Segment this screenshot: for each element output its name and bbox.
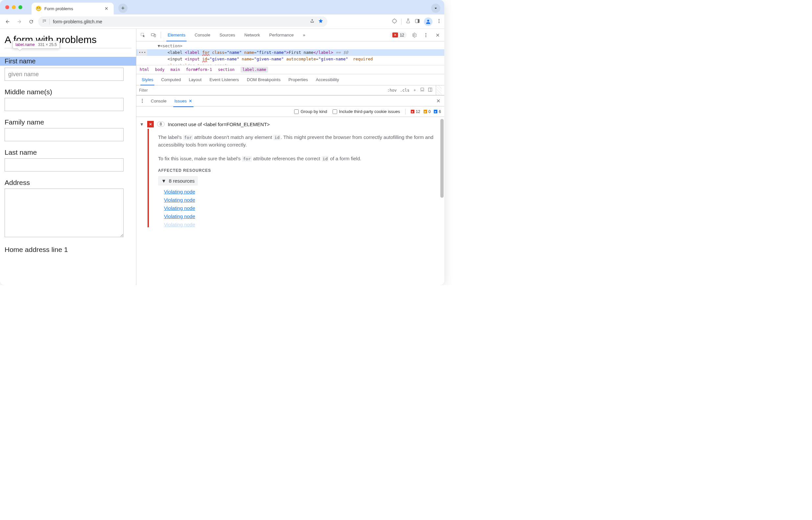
dom-line[interactable]: placeholder="given name"> [136, 62, 444, 65]
cls-toggle[interactable]: .cls [400, 88, 409, 93]
tab-close-icon[interactable]: ✕ [103, 6, 110, 11]
drawer-tab-issues[interactable]: Issues ✕ [171, 95, 197, 107]
resource-links: Violating node Violating node Violating … [158, 189, 434, 227]
violating-node-link[interactable]: Violating node [164, 197, 434, 203]
kebab-menu-icon[interactable] [436, 18, 442, 25]
rendered-page: A form with problems label.name 331 × 25… [0, 29, 136, 285]
side-panel-icon[interactable] [415, 18, 420, 25]
styles-filter-input[interactable] [139, 88, 387, 93]
extensions-icon[interactable] [392, 18, 397, 25]
crumb[interactable]: form#form-1 [186, 67, 212, 72]
crumb[interactable]: html [139, 67, 149, 72]
issue-title: Incorrect use of <label for=FORM_ELEMENT… [168, 122, 270, 127]
share-icon[interactable] [309, 18, 315, 25]
family-name-input[interactable] [5, 128, 124, 141]
tab-network[interactable]: Network [240, 29, 264, 42]
reload-button[interactable] [26, 17, 36, 27]
violating-node-link[interactable]: Violating node [164, 213, 434, 219]
device-icon[interactable] [420, 87, 425, 93]
new-style-rule-icon[interactable]: ＋ [413, 87, 417, 93]
settings-icon[interactable] [409, 30, 418, 40]
drawer-close-icon[interactable] [434, 96, 443, 105]
subtab-accessibility[interactable]: Accessibility [312, 74, 343, 85]
back-button[interactable] [3, 17, 12, 27]
window-maximize-icon[interactable] [18, 5, 22, 9]
computed-panel-icon[interactable] [428, 87, 432, 93]
inspect-element-icon[interactable] [138, 30, 148, 40]
toolbar-right [392, 18, 442, 26]
subtab-event-listeners[interactable]: Event Listeners [205, 74, 243, 85]
forward-button[interactable] [15, 17, 24, 27]
last-name-input[interactable] [5, 158, 124, 172]
dom-breadcrumb[interactable]: html body main form#form-1 section label… [136, 65, 444, 74]
address-bar[interactable]: form-problems.glitch.me [38, 17, 327, 27]
dom-line[interactable]: <input <input id="given-name" name="give… [136, 56, 444, 62]
window-close-icon[interactable] [5, 5, 9, 9]
issue-header[interactable]: ▼ 8 Incorrect use of <label for=FORM_ELE… [139, 120, 441, 129]
device-toolbar-icon[interactable] [149, 30, 158, 40]
violating-node-link[interactable]: Violating node [164, 189, 434, 194]
svg-point-3 [439, 20, 440, 21]
address-textarea[interactable] [5, 188, 124, 237]
drawer-tab-console[interactable]: Console [147, 95, 171, 107]
devtools-right-controls: ✕ 12 [390, 30, 442, 40]
divider [401, 19, 402, 25]
drawer-kebab-icon[interactable] [138, 96, 147, 105]
devtools-kebab-icon[interactable] [421, 30, 430, 40]
tab-title: Form problems [44, 6, 103, 11]
browser-tab[interactable]: 😬 Form problems ✕ [31, 3, 114, 15]
error-count: 12 [400, 33, 404, 37]
hov-toggle[interactable]: :hov [387, 88, 397, 93]
labs-icon[interactable] [406, 18, 411, 25]
new-tab-button[interactable]: + [118, 4, 127, 13]
violating-node-link[interactable]: Violating node [164, 222, 434, 227]
person-icon [425, 19, 431, 25]
middle-name-input[interactable] [5, 98, 124, 111]
subtab-computed[interactable]: Computed [157, 74, 185, 85]
reload-icon [29, 19, 34, 24]
subtab-layout[interactable]: Layout [185, 74, 205, 85]
tab-performance[interactable]: Performance [265, 29, 297, 42]
warning-count-item[interactable]: ▸0 [424, 109, 431, 114]
first-name-input[interactable] [5, 68, 124, 81]
scrollbar-thumb[interactable] [440, 119, 443, 198]
dom-line[interactable]: ▼<section> [136, 43, 444, 49]
crumb[interactable]: section [218, 67, 235, 72]
dom-tree[interactable]: ••• ▼<section> <label <label for class="… [136, 42, 444, 65]
site-settings-icon[interactable] [42, 19, 50, 24]
tab-console[interactable]: Console [191, 29, 214, 42]
svg-point-8 [426, 33, 427, 34]
tab-elements[interactable]: Elements [163, 29, 189, 42]
issues-body[interactable]: ▼ 8 Incorrect use of <label for=FORM_ELE… [136, 117, 444, 285]
resources-summary[interactable]: ▼ 8 resources [158, 176, 198, 186]
crumb-selected[interactable]: label.name [240, 67, 268, 73]
third-party-cookie-checkbox[interactable]: Include third-party cookie issues [333, 109, 400, 114]
violating-node-link[interactable]: Violating node [164, 205, 434, 211]
bookmark-star-icon[interactable] [318, 18, 323, 25]
devtools-tabbar: Elements Console Sources Network Perform… [136, 29, 444, 42]
issue-paragraph: To fix this issue, make sure the label's… [158, 155, 434, 162]
tab-more[interactable]: » [299, 29, 309, 42]
subtab-dom-breakpoints[interactable]: DOM Breakpoints [243, 74, 285, 85]
error-count-item[interactable]: ▸12 [411, 109, 420, 114]
middle-name-label: Middle name(s) [5, 88, 131, 96]
last-name-label: Last name [5, 149, 131, 156]
dom-line-selected[interactable]: <label <label for class="name" name="fir… [136, 49, 444, 56]
subtab-properties[interactable]: Properties [285, 74, 312, 85]
devtools-close-icon[interactable] [433, 30, 442, 40]
browser-toolbar: form-problems.glitch.me [0, 15, 444, 29]
window-minimize-icon[interactable] [12, 5, 16, 9]
crumb[interactable]: main [171, 67, 180, 72]
tabs-menu-button[interactable] [431, 4, 440, 13]
close-issues-tab-icon[interactable]: ✕ [188, 99, 192, 103]
info-count-item[interactable]: ▸6 [434, 109, 441, 114]
crumb[interactable]: body [155, 67, 164, 72]
svg-point-9 [426, 34, 427, 35]
error-count-pill[interactable]: ✕ 12 [390, 32, 407, 38]
dom-ellipsis-icon[interactable]: ••• [138, 49, 147, 56]
tab-sources[interactable]: Sources [215, 29, 239, 42]
subtab-styles[interactable]: Styles [138, 74, 157, 85]
profile-avatar[interactable] [424, 18, 432, 26]
group-by-kind-checkbox[interactable]: Group by kind [294, 109, 327, 114]
issue-detail: The label's for attribute doesn't match … [148, 129, 441, 227]
